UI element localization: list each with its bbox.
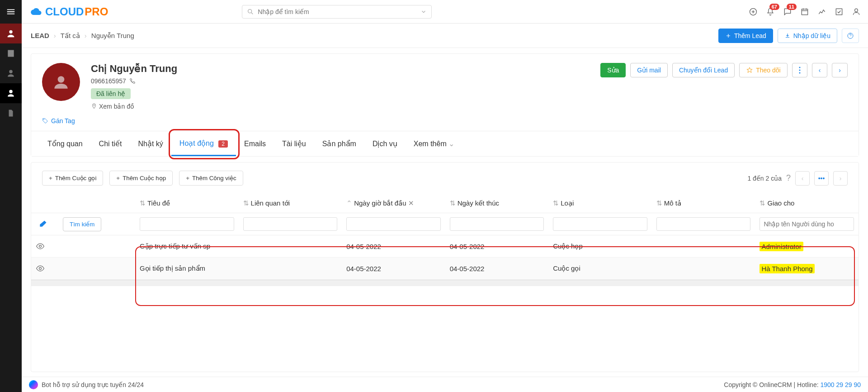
col-desc[interactable]: ⇅Mô tả — [652, 194, 755, 213]
convert-button[interactable]: Chuyển đổi Lead — [672, 63, 735, 77]
lead-status: Đã liên hệ — [91, 88, 131, 99]
person-icon — [7, 69, 15, 77]
add-meeting-button[interactable]: +Thêm Cuộc họp — [109, 171, 173, 186]
col-end[interactable]: ⇅Ngày kết thúc — [445, 194, 549, 213]
lead-name: Chị Nguyễn Trung — [91, 63, 177, 75]
tab-detail[interactable]: Chi tiết — [91, 132, 130, 155]
reports-button[interactable] — [817, 7, 826, 16]
activity-count-badge: 2 — [218, 140, 228, 148]
download-icon — [784, 33, 791, 39]
pagination-help[interactable]: ? — [786, 173, 791, 183]
search-input[interactable] — [258, 8, 417, 15]
page-more[interactable]: ••• — [814, 171, 829, 186]
import-button[interactable]: Nhập dữ liệu — [778, 29, 837, 43]
col-start[interactable]: ⌃Ngày giờ bắt đầu ✕ — [342, 194, 445, 213]
hamburger-menu[interactable] — [0, 0, 22, 24]
tab-more[interactable]: Xem thêm ⌄ — [406, 132, 462, 155]
edit-button[interactable]: Sửa — [600, 63, 626, 77]
next-record-button[interactable]: › — [832, 63, 848, 77]
lead-avatar — [42, 63, 80, 101]
tab-services[interactable]: Dịch vụ — [364, 132, 406, 155]
global-search[interactable] — [242, 5, 432, 19]
help-button[interactable] — [842, 29, 859, 43]
avatar-icon — [51, 72, 71, 92]
eye-icon[interactable] — [36, 264, 45, 273]
follow-button[interactable]: Theo dõi — [739, 63, 787, 77]
prev-record-button[interactable]: ‹ — [812, 63, 828, 77]
document-icon — [7, 109, 15, 117]
tab-docs[interactable]: Tài liệu — [274, 132, 314, 155]
tag-icon — [42, 118, 48, 124]
phone-icon[interactable] — [129, 77, 136, 85]
breadcrumb-bar: LEAD › Tất cả › Nguyễn Trung Thêm Lead N… — [22, 24, 868, 48]
notifications[interactable]: 67 — [766, 7, 775, 16]
nav-companies[interactable] — [0, 43, 22, 63]
star-icon — [746, 67, 753, 74]
cell-start: 04-05-2022 — [342, 235, 445, 258]
eye-icon[interactable] — [36, 242, 45, 251]
breadcrumb-module[interactable]: LEAD — [31, 32, 49, 39]
tab-emails[interactable]: Emails — [236, 133, 274, 155]
assign-tag[interactable]: Gán Tag — [31, 115, 859, 131]
add-task-button[interactable]: +Thêm Công việc — [179, 171, 243, 186]
page-prev[interactable]: ‹ — [795, 171, 810, 186]
search-button[interactable]: Tìm kiếm — [63, 217, 101, 231]
horizontal-scrollbar[interactable] — [31, 280, 859, 286]
tab-overview[interactable]: Tổng quan — [39, 132, 91, 155]
chat-badge: 11 — [787, 4, 797, 10]
help-icon — [847, 32, 854, 39]
tab-log[interactable]: Nhật ký — [130, 132, 171, 155]
filter-end[interactable] — [450, 217, 544, 231]
svg-rect-2 — [802, 9, 807, 14]
eraser-icon — [38, 220, 47, 229]
col-type[interactable]: ⇅Loại — [548, 194, 652, 213]
logo[interactable]: CLOUDPRO — [29, 5, 108, 18]
nav-leads[interactable] — [0, 24, 22, 43]
chevron-down-icon — [420, 9, 427, 15]
add-lead-button[interactable]: Thêm Lead — [718, 29, 773, 43]
calendar-button[interactable] — [800, 7, 809, 16]
breadcrumb: LEAD › Tất cả › Nguyễn Trung — [31, 32, 134, 40]
col-assigned[interactable]: ⇅Giao cho — [755, 194, 859, 213]
filter-desc[interactable] — [656, 217, 751, 231]
user-menu[interactable] — [852, 7, 861, 16]
table-row[interactable]: Gặp trực tiếp tư vấn sp 04-05-2022 04-05… — [31, 235, 859, 258]
table-row[interactable]: Gọi tiếp thị sản phẩm 04-05-2022 04-05-2… — [31, 258, 859, 280]
nav-contacts[interactable] — [0, 63, 22, 83]
messages[interactable]: 11 — [783, 7, 792, 16]
cell-end: 04-05-2022 — [445, 258, 549, 280]
messenger-icon[interactable] — [29, 380, 38, 389]
cloud-icon — [29, 5, 44, 18]
svg-point-13 — [39, 268, 42, 270]
nav-docs[interactable] — [0, 103, 22, 123]
page-next[interactable]: › — [833, 171, 848, 186]
topbar: CLOUDPRO 67 11 — [22, 0, 868, 24]
mail-button[interactable]: Gửi mail — [630, 63, 668, 77]
nav-current[interactable] — [0, 83, 22, 103]
activities-table: ⇅Tiêu đề ⇅Liên quan tới ⌃Ngày giờ bắt đầ… — [31, 194, 859, 280]
filter-related[interactable] — [243, 217, 338, 231]
plus-circle-icon — [749, 7, 758, 16]
cell-start: 04-05-2022 — [342, 258, 445, 280]
tab-products[interactable]: Sản phẩm — [314, 132, 364, 155]
col-title[interactable]: ⇅Tiêu đề — [135, 194, 239, 213]
filter-title[interactable] — [140, 217, 234, 231]
svg-point-9 — [799, 70, 800, 71]
check-square-icon — [835, 7, 844, 16]
filter-assigned[interactable] — [760, 217, 854, 231]
lead-phone: 0966165957 — [91, 77, 177, 85]
tasks-button[interactable] — [835, 7, 844, 16]
breadcrumb-all[interactable]: Tất cả — [61, 32, 80, 40]
map-link[interactable]: Xem bản đồ — [91, 103, 177, 110]
filter-start[interactable] — [346, 217, 441, 231]
add-button[interactable] — [749, 7, 758, 16]
hotline-number[interactable]: 1900 29 29 90 — [820, 381, 861, 388]
clear-filters[interactable] — [36, 217, 50, 231]
svg-point-6 — [58, 76, 65, 83]
bell-badge: 67 — [769, 4, 779, 10]
add-call-button[interactable]: +Thêm Cuộc gọi — [42, 171, 103, 186]
more-button[interactable] — [792, 63, 807, 77]
col-related[interactable]: ⇅Liên quan tới — [239, 194, 342, 213]
tab-activity[interactable]: Hoạt động 2 — [171, 132, 236, 156]
filter-type[interactable] — [553, 217, 647, 231]
